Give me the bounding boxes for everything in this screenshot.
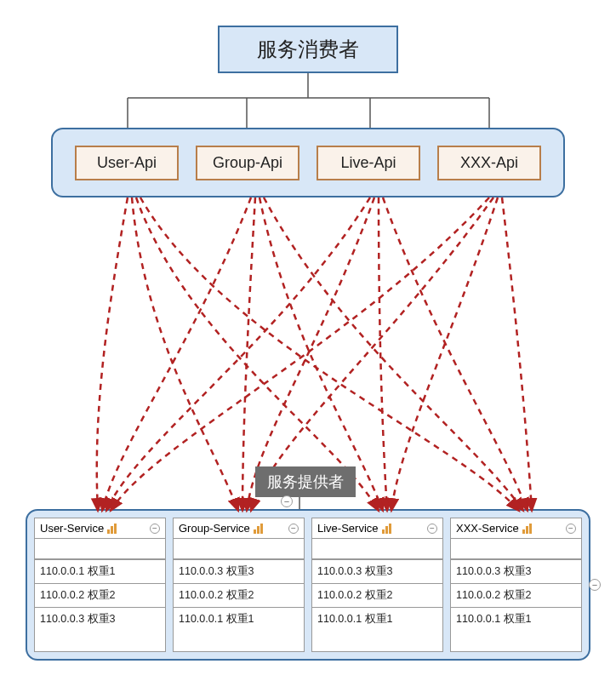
api-box-user: User-Api — [75, 146, 179, 180]
service-blank — [451, 539, 581, 559]
services-container: User-Service − 110.0.0.1 权重1 110.0.0.2 权… — [26, 509, 590, 661]
service-row: 110.0.0.2 权重2 — [35, 583, 165, 607]
bars-icon — [254, 524, 263, 534]
collapse-icon[interactable]: − — [566, 524, 576, 534]
service-row: 110.0.0.3 权重3 — [312, 559, 442, 583]
service-row: 110.0.0.2 权重2 — [174, 583, 304, 607]
consumer-title-box: 服务消费者 — [218, 26, 398, 73]
row-text: 110.0.0.3 权重3 — [317, 565, 393, 577]
collapse-icon[interactable]: − — [150, 524, 160, 534]
row-text: 110.0.0.1 权重1 — [456, 613, 532, 625]
collapse-icon[interactable]: − — [281, 495, 293, 507]
row-text: 110.0.0.3 权重3 — [456, 565, 532, 577]
row-text: 110.0.0.1 权重1 — [179, 613, 254, 625]
service-blank — [35, 539, 165, 559]
row-text: 110.0.0.2 权重2 — [456, 589, 532, 601]
service-row: 110.0.0.3 权重3 — [174, 559, 304, 583]
api-box-xxx: XXX-Api — [437, 146, 541, 180]
service-name: User-Service — [40, 522, 104, 535]
service-row: 110.0.0.3 权重3 — [451, 559, 581, 583]
service-header: User-Service − — [35, 518, 165, 539]
collapse-icon[interactable]: − — [427, 524, 437, 534]
api-container: User-Api Group-Api Live-Api XXX-Api — [51, 128, 565, 197]
api-label: XXX-Api — [460, 154, 518, 171]
service-row: 110.0.0.1 权重1 — [312, 607, 442, 631]
service-card-group: Group-Service − 110.0.0.3 权重3 110.0.0.2 … — [173, 518, 305, 652]
bars-icon — [382, 524, 391, 534]
collapse-icon[interactable]: − — [288, 524, 299, 534]
service-card-live: Live-Service − 110.0.0.3 权重3 110.0.0.2 权… — [311, 518, 443, 652]
service-row: 110.0.0.1 权重1 — [451, 607, 581, 631]
service-name: Group-Service — [179, 522, 250, 535]
api-box-group: Group-Api — [196, 146, 299, 180]
service-row: 110.0.0.1 权重1 — [35, 559, 165, 583]
bars-icon — [107, 524, 117, 534]
service-header: Live-Service − — [312, 518, 442, 539]
service-header: Group-Service − — [174, 518, 304, 539]
service-blank — [174, 539, 304, 559]
service-row: 110.0.0.2 权重2 — [312, 583, 442, 607]
service-row: 110.0.0.1 权重1 — [174, 607, 304, 631]
provider-label-box: 服务提供者 — [255, 466, 356, 497]
service-header: XXX-Service − — [451, 518, 581, 539]
provider-label-text: 服务提供者 — [267, 473, 344, 490]
api-label: Live-Api — [340, 154, 396, 171]
service-name: Live-Service — [317, 522, 379, 535]
row-text: 110.0.0.2 权重2 — [40, 589, 116, 601]
api-label: Group-Api — [213, 154, 282, 171]
service-row: 110.0.0.2 权重2 — [451, 583, 581, 607]
consumer-title-text: 服务消费者 — [257, 36, 359, 63]
collapse-icon[interactable]: − — [589, 579, 601, 591]
row-text: 110.0.0.1 权重1 — [40, 565, 116, 577]
row-text: 110.0.0.3 权重3 — [40, 613, 116, 625]
row-text: 110.0.0.2 权重2 — [179, 589, 254, 601]
service-card-xxx: XXX-Service − 110.0.0.3 权重3 110.0.0.2 权重… — [450, 518, 582, 652]
service-card-user: User-Service − 110.0.0.1 权重1 110.0.0.2 权… — [34, 518, 166, 652]
service-name: XXX-Service — [456, 522, 519, 535]
bars-icon — [522, 524, 532, 534]
row-text: 110.0.0.1 权重1 — [317, 613, 393, 625]
service-row: 110.0.0.3 权重3 — [35, 607, 165, 631]
row-text: 110.0.0.3 权重3 — [179, 565, 254, 577]
row-text: 110.0.0.2 权重2 — [317, 589, 393, 601]
service-blank — [312, 539, 442, 559]
api-box-live: Live-Api — [317, 146, 420, 180]
api-label: User-Api — [97, 154, 157, 171]
